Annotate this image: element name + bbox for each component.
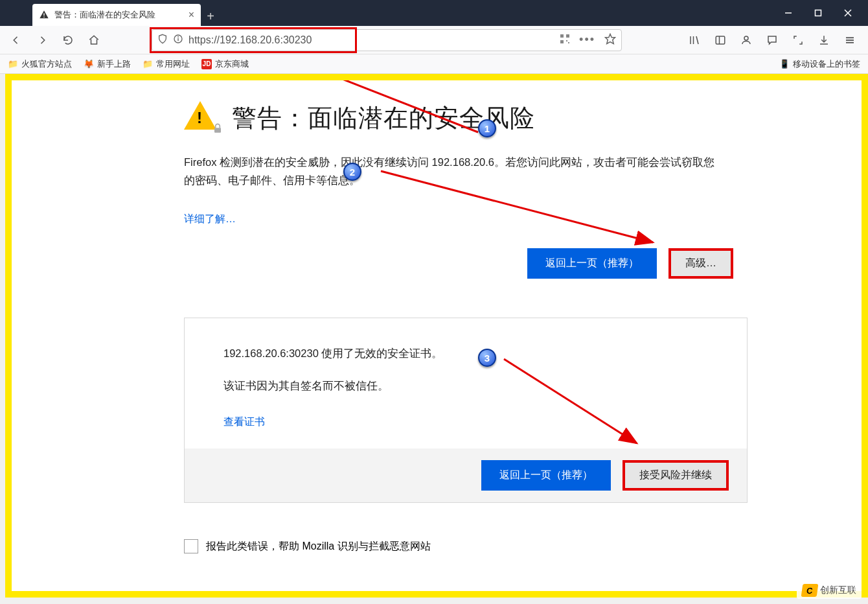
bookmark-label: 京东商城 <box>215 58 249 70</box>
svg-rect-11 <box>560 40 564 43</box>
tab-row: 警告：面临潜在的安全风险 × + <box>0 0 220 26</box>
bookmark-label: 移动设备上的书签 <box>793 58 860 70</box>
folder-icon: 📁 <box>143 59 153 69</box>
annotation-highlight-advanced: 高级… <box>668 248 733 279</box>
bookmark-item[interactable]: 📁常用网址 <box>143 58 190 70</box>
watermark-icon: C <box>801 584 819 597</box>
url-input[interactable] <box>188 34 554 46</box>
close-tab-icon[interactable]: × <box>188 9 194 21</box>
firefox-icon: 🦊 <box>84 59 94 69</box>
svg-rect-10 <box>566 34 569 38</box>
svg-rect-13 <box>568 42 569 43</box>
report-errors-checkbox[interactable] <box>184 539 198 553</box>
qr-icon[interactable] <box>560 34 570 47</box>
tab-title: 警告：面临潜在的安全风险 <box>54 9 155 21</box>
chat-icon[interactable] <box>763 31 781 49</box>
svg-point-20 <box>744 36 748 40</box>
back-recommended-button[interactable]: 返回上一页（推荐） <box>527 248 657 279</box>
bookmark-star-icon[interactable] <box>604 33 616 47</box>
sidebar-icon[interactable] <box>711 31 729 49</box>
close-window-button[interactable] <box>833 3 863 23</box>
svg-rect-4 <box>43 13 44 16</box>
cert-invalid-text: 192.168.20.6:30230 使用了无效的安全证书。 <box>223 347 708 361</box>
page-title: 警告：面临潜在的安全风险 <box>232 102 535 135</box>
svg-rect-5 <box>43 17 44 17</box>
svg-point-8 <box>178 36 179 37</box>
warning-icon <box>39 10 49 20</box>
toolbar-right <box>681 31 863 49</box>
account-icon[interactable] <box>737 31 755 49</box>
svg-rect-12 <box>566 40 567 41</box>
bookmark-label: 常用网址 <box>156 58 190 70</box>
bookmark-label: 新手上路 <box>97 58 131 70</box>
minimize-button[interactable] <box>773 3 803 23</box>
reload-button[interactable] <box>57 29 79 51</box>
forward-button[interactable] <box>31 29 53 51</box>
lock-icon <box>211 122 224 137</box>
screenshot-icon[interactable] <box>789 31 807 49</box>
accept-risk-button[interactable]: 接受风险并继续 <box>625 463 726 488</box>
cert-selfsigned-text: 该证书因为其自签名而不被信任。 <box>223 379 708 393</box>
certificate-details-box: 192.168.20.6:30230 使用了无效的安全证书。 该证书因为其自签名… <box>184 318 748 503</box>
content-wrap: ! 警告：面临潜在的安全风险 Firefox 检测到潜在的安全威胁，因此没有继续… <box>5 74 868 598</box>
phone-icon: 📱 <box>779 59 790 69</box>
bookmark-item[interactable]: 🦊新手上路 <box>84 58 131 70</box>
back-button[interactable] <box>5 29 27 51</box>
learn-more-link[interactable]: 详细了解… <box>184 213 236 226</box>
info-icon[interactable] <box>173 34 183 47</box>
page-description: Firefox 检测到潜在的安全威胁，因此没有继续访问 192.168.20.6… <box>184 153 748 189</box>
svg-rect-26 <box>214 128 221 133</box>
advanced-button[interactable]: 高级… <box>671 251 731 276</box>
cert-back-button[interactable]: 返回上一页（推荐） <box>481 460 611 491</box>
library-icon[interactable] <box>685 31 703 49</box>
nav-toolbar: ••• <box>0 26 868 54</box>
svg-marker-14 <box>606 34 615 43</box>
bookmarks-bar: 📁火狐官方站点 🦊新手上路 📁常用网址 JD京东商城 📱移动设备上的书签 <box>0 54 868 74</box>
svg-rect-18 <box>716 36 725 44</box>
svg-rect-1 <box>816 10 821 16</box>
page-actions-icon[interactable]: ••• <box>579 33 595 47</box>
view-certificate-link[interactable]: 查看证书 <box>223 415 265 429</box>
report-errors-label: 报告此类错误，帮助 Mozilla 识别与拦截恶意网站 <box>206 540 431 553</box>
home-button[interactable] <box>83 29 105 51</box>
url-bar[interactable]: ••• <box>152 29 622 51</box>
bookmark-label: 火狐官方站点 <box>21 58 72 70</box>
menu-icon[interactable] <box>841 31 859 49</box>
bookmark-item[interactable]: JD京东商城 <box>201 58 249 70</box>
page-content: ! 警告：面临潜在的安全风险 Firefox 检测到潜在的安全威胁，因此没有继续… <box>12 80 862 591</box>
bookmark-item[interactable]: 📁火狐官方站点 <box>8 58 72 70</box>
annotation-highlight-accept: 接受风险并继续 <box>622 460 729 491</box>
new-tab-button[interactable]: + <box>201 6 220 26</box>
tab-active[interactable]: 警告：面临潜在的安全风险 × <box>32 4 201 26</box>
watermark-text: 创新互联 <box>820 585 856 596</box>
jd-icon: JD <box>201 59 212 69</box>
folder-icon: 📁 <box>8 59 18 69</box>
maximize-button[interactable] <box>803 3 833 23</box>
svg-line-17 <box>696 36 698 44</box>
bookmark-mobile[interactable]: 📱移动设备上的书签 <box>779 58 860 70</box>
shield-icon[interactable] <box>157 34 168 47</box>
watermark: C 创新互联 <box>797 582 862 599</box>
warning-large-icon: ! <box>184 100 220 136</box>
svg-rect-9 <box>560 34 564 38</box>
download-icon[interactable] <box>815 31 833 49</box>
